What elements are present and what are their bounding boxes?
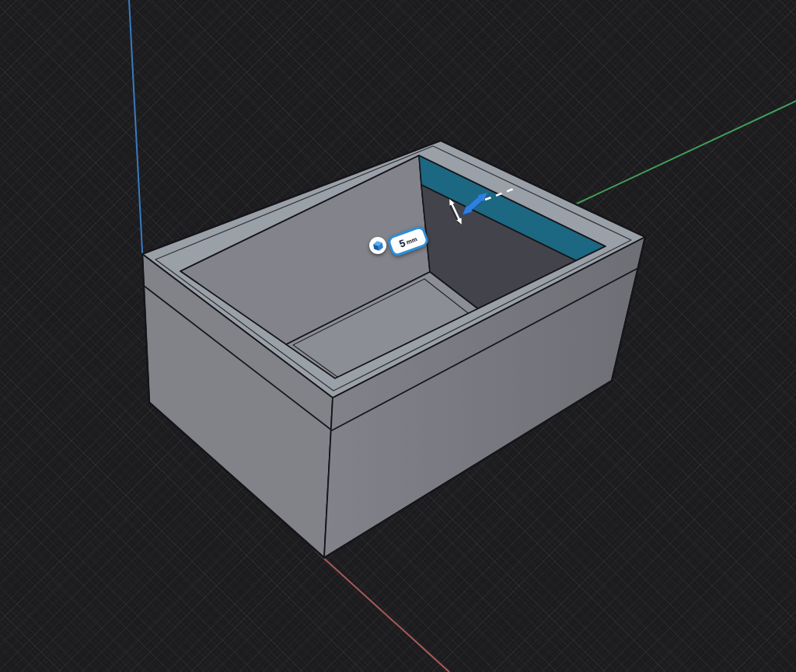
axis-x-red: [315, 550, 449, 672]
axis-z-blue: [129, 0, 145, 295]
dimension-unit: mm: [406, 236, 418, 245]
viewport-3d[interactable]: [0, 0, 796, 672]
axis-y-green: [574, 101, 796, 205]
cube-3d-glyph: [371, 239, 385, 252]
solid-body: [142, 141, 645, 558]
cad-viewport: { "dimension_label": { "value": "5", "un…: [0, 0, 796, 672]
cube-3d-icon[interactable]: [369, 237, 386, 254]
